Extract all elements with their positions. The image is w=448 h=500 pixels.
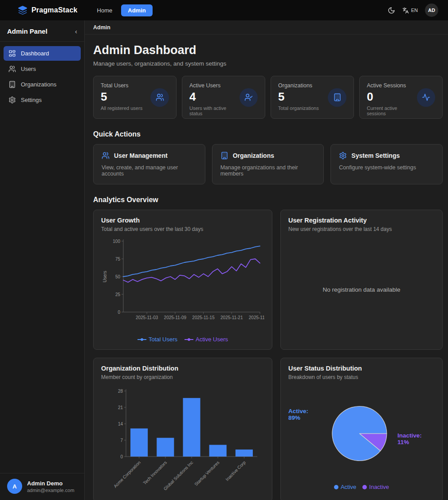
users-icon [150, 88, 169, 107]
legend-label[interactable]: Active [341, 484, 356, 490]
theme-toggle-button[interactable] [388, 7, 395, 14]
sidebar-item-label: Dashboard [21, 50, 49, 57]
pie-chart-legend: Active Inactive [288, 484, 435, 490]
language-button[interactable]: EN [402, 7, 418, 14]
pie-callout-inactive: Inactive: 11% [397, 432, 435, 445]
sidebar-collapse-button[interactable]: ‹ [75, 27, 77, 35]
layers-logo-icon [18, 5, 28, 15]
svg-text:Acme Corporation: Acme Corporation [113, 460, 141, 489]
org-distribution-card: Organization Distribution Member count b… [93, 358, 272, 500]
sidebar-nav: Dashboard Users Organizations Settings [0, 42, 84, 112]
quick-card-system-settings[interactable]: System Settings Configure system-wide se… [330, 144, 443, 184]
legend-dot [362, 485, 367, 489]
chart-title: User Registration Activity [288, 217, 435, 224]
quick-card-desc: Manage organizations and their members [220, 164, 316, 177]
chart-subtitle: Member count by organization [101, 374, 264, 380]
svg-text:2025-11-15: 2025-11-15 [192, 315, 215, 320]
svg-text:7: 7 [120, 438, 123, 443]
main-area: Admin Admin Dashboard Manage users, orga… [85, 20, 448, 500]
stat-label: Active Sessions [367, 82, 417, 89]
svg-text:14: 14 [118, 422, 123, 426]
profile-avatar: A [7, 479, 22, 494]
quick-card-title: System Settings [351, 152, 400, 159]
profile-name: Admin Demo [27, 480, 75, 487]
line-chart-legend: Total Users Active Users [101, 336, 264, 343]
quick-card-title: User Management [114, 152, 168, 159]
svg-text:Inactive Corp: Inactive Corp [224, 460, 247, 482]
user-growth-line-chart: 02550751002025-11-032025-11-092025-11-15… [101, 237, 264, 333]
nav-admin[interactable]: Admin [121, 4, 152, 16]
user-check-icon [240, 88, 258, 107]
stat-label: Organizations [278, 82, 319, 89]
chart-subtitle: Breakdown of users by status [288, 374, 435, 380]
activity-icon [417, 88, 435, 107]
sidebar-title: Admin Panel [7, 27, 47, 35]
quick-card-desc: Configure system-wide settings [339, 164, 434, 171]
user-growth-card: User Growth Total and active users over … [93, 210, 272, 350]
stat-card-organizations: Organizations 5 Total organizations [271, 76, 354, 119]
quick-card-organizations[interactable]: Organizations Manage organizations and t… [212, 144, 324, 184]
sidebar-item-organizations[interactable]: Organizations [4, 77, 81, 92]
users-icon [102, 152, 110, 160]
stat-card-active-sessions: Active Sessions 0 Current active session… [359, 76, 443, 119]
svg-text:50: 50 [115, 274, 121, 279]
nav-home[interactable]: Home [93, 4, 117, 16]
empty-state-message: No registration data available [288, 237, 435, 343]
analytics-title: Analytics Overview [93, 196, 443, 204]
legend-label[interactable]: Active Users [196, 336, 228, 343]
stat-desc: Users with active status [189, 105, 240, 116]
stat-label: Total Users [101, 82, 142, 89]
svg-text:Users: Users [102, 271, 107, 282]
stat-label: Active Users [189, 82, 240, 89]
profile-email: admin@example.com [27, 488, 75, 493]
legend-label[interactable]: Inactive [369, 484, 389, 490]
svg-text:21: 21 [118, 405, 123, 410]
svg-text:0: 0 [120, 454, 123, 459]
gear-icon [8, 96, 16, 104]
registration-activity-card: User Registration Activity New user regi… [280, 210, 443, 350]
sidebar-item-dashboard[interactable]: Dashboard [4, 46, 81, 61]
svg-text:75: 75 [115, 257, 121, 262]
sidebar-item-settings[interactable]: Settings [4, 93, 81, 107]
stat-desc: Total organizations [278, 105, 319, 111]
dashboard-icon [8, 50, 16, 57]
stat-desc: Current active sessions [367, 105, 417, 116]
content: Admin Dashboard Manage users, organizati… [85, 35, 448, 500]
breadcrumb[interactable]: Admin [93, 24, 110, 31]
brand[interactable]: PragmaStack [18, 5, 78, 15]
brand-name: PragmaStack [31, 6, 78, 14]
svg-text:25: 25 [115, 292, 121, 297]
org-distribution-bar-chart: 07142128Acme CorporationTech InnovatorsG… [101, 385, 264, 495]
stat-value: 0 [367, 90, 417, 104]
topbar-actions: EN AD [388, 4, 438, 17]
chart-title: User Status Distribution [288, 365, 435, 372]
chart-title: Organization Distribution [101, 365, 264, 372]
sidebar-item-label: Users [21, 66, 36, 72]
quick-card-user-management[interactable]: User Management View, create, and manage… [93, 144, 205, 184]
stat-value: 5 [278, 90, 319, 104]
svg-text:2025-11-03: 2025-11-03 [136, 315, 158, 320]
quick-actions-title: Quick Actions [93, 130, 443, 138]
svg-text:2025-11-27: 2025-11-27 [249, 315, 264, 320]
stat-value: 4 [189, 90, 240, 104]
legend-line-marker [138, 338, 146, 341]
user-avatar[interactable]: AD [425, 4, 438, 17]
chart-subtitle: Total and active users over the last 30 … [101, 226, 264, 232]
sidebar-item-label: Settings [21, 97, 42, 103]
page-title: Admin Dashboard [93, 43, 443, 57]
gear-icon [339, 152, 347, 160]
user-status-card: User Status Distribution Breakdown of us… [280, 358, 443, 500]
legend-line-marker [185, 338, 193, 341]
building-icon [8, 81, 16, 88]
moon-icon [388, 7, 395, 14]
stat-desc: All registered users [101, 105, 142, 111]
sidebar: Admin Panel ‹ Dashboard Users Organiza [0, 20, 85, 500]
sidebar-profile[interactable]: A Admin Demo admin@example.com [0, 473, 84, 500]
svg-text:0: 0 [118, 310, 120, 315]
stats-row: Total Users 5 All registered users Activ… [93, 76, 443, 119]
sidebar-item-users[interactable]: Users [4, 62, 81, 76]
pie-zone: Active: 89% Inactive: 11% [288, 385, 435, 482]
legend-label[interactable]: Total Users [149, 336, 177, 343]
svg-text:Startup Ventures: Startup Ventures [193, 460, 220, 487]
chart-title: User Growth [101, 217, 264, 224]
